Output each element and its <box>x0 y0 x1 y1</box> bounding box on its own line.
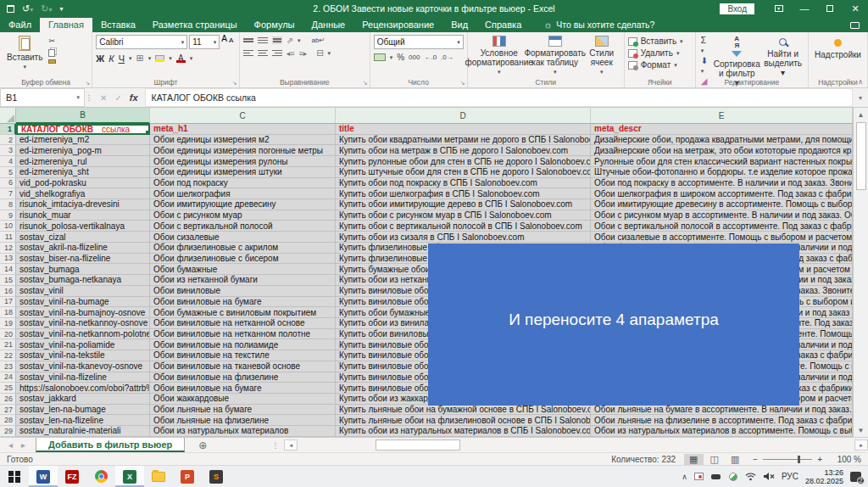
cell[interactable]: Обои под покраску <box>150 178 336 189</box>
insert-cells-button[interactable]: Вставить▾ <box>628 36 683 46</box>
minimize-button[interactable]: — <box>792 3 817 14</box>
cell[interactable]: Купить обои квадратными метрами не дорог… <box>336 135 591 146</box>
cell[interactable]: sostav_biser-na-flizeline <box>16 254 150 265</box>
tab-Главная[interactable]: Главная <box>40 18 92 32</box>
fill-icon[interactable]: ⬇ ▾ <box>701 56 709 75</box>
align-top-icon[interactable] <box>243 37 253 44</box>
cell[interactable]: Обои виниловые на тканевой основе <box>150 361 336 372</box>
scrollbar-splitter[interactable]: ⋮ <box>220 441 284 450</box>
underline-button[interactable]: Ч <box>119 53 125 64</box>
insert-function-icon[interactable]: fx <box>130 92 138 103</box>
cell[interactable]: sostav_vinil-na-bumage <box>16 297 150 308</box>
cell[interactable]: Обои шелкография в широком ассортименте.… <box>591 188 853 199</box>
cell[interactable]: Обои с рисунком муар <box>150 210 336 221</box>
row-number[interactable]: 15 <box>0 275 16 286</box>
align-right-icon[interactable] <box>272 48 282 58</box>
tab-Данные[interactable]: Данные <box>303 18 353 32</box>
scroll-right-icon[interactable]: ▸ <box>854 439 868 451</box>
number-format-select[interactable]: Общий▾ <box>374 35 464 49</box>
row-number[interactable]: 17 <box>0 297 16 308</box>
font-name-select[interactable]: Calibri▾ <box>96 35 187 49</box>
cancel-icon[interactable]: ✕ <box>100 93 107 103</box>
cell[interactable]: Обои льняные на флизелине <box>150 415 336 426</box>
comments-icon[interactable] <box>850 22 860 29</box>
cell[interactable]: risunok_muar <box>16 210 150 221</box>
cell[interactable]: vid_pod-pokrasku <box>16 178 150 189</box>
name-box-dropdown-icon[interactable]: ▾ <box>76 94 84 101</box>
column-header-b[interactable]: B <box>16 108 150 124</box>
cell[interactable]: risunok_imtaciya-drevesini <box>16 199 150 210</box>
row-number[interactable]: 7 <box>0 188 16 199</box>
taskbar-word-icon[interactable]: W <box>29 466 58 487</box>
row-number[interactable]: 18 <box>0 307 16 318</box>
row-number[interactable]: 12 <box>0 243 16 254</box>
taskbar-start-icon[interactable] <box>0 466 29 487</box>
row-number[interactable]: 29 <box>0 426 16 437</box>
cell[interactable]: Купить штучные обои для стен в СПБ не до… <box>336 167 591 178</box>
screen-record-icon[interactable] <box>694 472 704 481</box>
selected-cell-b1[interactable]: КАТАЛОГ ОБОКВ ссылка <box>16 124 150 135</box>
format-cells-button[interactable]: Формат▾ <box>628 60 683 70</box>
row-number[interactable]: 13 <box>0 254 16 265</box>
tab-Формулы[interactable]: Формулы <box>246 18 303 32</box>
cell[interactable]: sostav_akril-na-flizeline <box>16 243 150 254</box>
cell[interactable]: Обои жаккардовые <box>150 394 336 405</box>
zoom-out-icon[interactable]: − <box>753 455 758 464</box>
notifications-icon[interactable]: 2 <box>850 472 861 482</box>
tab-Разметка страницы[interactable]: Разметка страницы <box>144 18 246 32</box>
cell[interactable]: Обои единицы измерения погонные метры <box>150 145 336 156</box>
cell[interactable]: sostav_vinil-na-bumajnoy-osnove <box>16 307 150 318</box>
scroll-left-icon[interactable]: ◂ <box>284 439 298 451</box>
wifi-icon[interactable] <box>745 472 756 481</box>
cell[interactable]: Обои виниловые <box>150 286 336 297</box>
horizontal-scrollbar[interactable]: ⋮ ◂ ▸ <box>220 438 868 452</box>
cell[interactable]: Обои единицы измерения штуки <box>150 167 336 178</box>
sheet-next-icon[interactable]: ▸ <box>21 440 25 450</box>
row-number[interactable]: 4 <box>0 156 16 167</box>
customize-qat-icon[interactable]: ▾ <box>59 5 63 13</box>
cell[interactable]: Обои виниловые на флизелине <box>150 372 336 383</box>
taskbar-explorer-icon[interactable] <box>144 466 173 487</box>
addins-button[interactable]: Надстройки <box>812 35 864 60</box>
scroll-up-icon[interactable]: ▲ <box>854 108 868 121</box>
cell[interactable]: Обои единицы измерения рулоны <box>150 156 336 167</box>
tab-Справка[interactable]: Справка <box>476 18 530 32</box>
cell[interactable]: Обои виниловые на текстиле <box>150 350 336 361</box>
cell[interactable]: Обои сизалевые в ассортименте. Помощь с … <box>591 232 853 243</box>
cell[interactable]: sostav_vinil-na-netkannoy-osnove <box>16 318 150 329</box>
cell[interactable]: Обои виниловые на бумаге <box>150 383 336 394</box>
taskbar-filezilla-icon[interactable]: FZ <box>58 466 86 487</box>
cell[interactable]: ed-izmereniya_rul <box>16 156 150 167</box>
italic-button[interactable]: К <box>108 53 114 64</box>
tab-Вставка[interactable]: Вставка <box>92 18 144 32</box>
row-number[interactable]: 25 <box>0 383 16 394</box>
zoom-in-icon[interactable]: + <box>817 455 822 464</box>
page-layout-view-icon[interactable]: ◫ <box>705 454 724 465</box>
font-color-icon[interactable]: А <box>176 54 186 63</box>
clipboard-dialog-launcher-icon[interactable]: ↘ <box>85 80 90 87</box>
cell[interactable]: Обои виниловые на бумаге <box>150 297 336 308</box>
cell[interactable]: https://salonoboev.com/oboi?attrb%5b4 <box>16 383 150 394</box>
normal-view-icon[interactable]: ▦ <box>684 454 703 465</box>
align-left-icon[interactable] <box>243 48 253 58</box>
font-dialog-launcher-icon[interactable]: ↘ <box>232 80 237 87</box>
cell[interactable]: Штучные обои-фотопанно и бордюры. т.е из… <box>591 167 853 178</box>
cell[interactable]: Купить обои под покраску в СПБ I Salonob… <box>336 178 591 189</box>
row-number[interactable]: 19 <box>0 318 16 329</box>
language-indicator[interactable]: РУС <box>782 472 798 481</box>
tray-chevron-icon[interactable]: ∧ <box>682 473 687 481</box>
formula-bar-splitter[interactable]: ⋮ <box>85 88 93 107</box>
volume-muted-icon[interactable] <box>763 472 775 481</box>
cell[interactable]: sostav_vinil-na-tkanevoy-osnove <box>16 361 150 372</box>
cell[interactable]: Купить обои имитирующие дерево в СПБ I S… <box>336 199 591 210</box>
cell[interactable]: Обои имитирующие древесину в ассортимент… <box>591 199 853 210</box>
cell[interactable]: Обои под покраску в ассортименте. В нали… <box>591 178 853 189</box>
number-dialog-launcher-icon[interactable]: ↘ <box>460 80 465 87</box>
copy-icon[interactable] <box>48 49 55 57</box>
vertical-scrollbar[interactable]: ▲ ▼ <box>853 108 868 437</box>
horizontal-scroll-thumb[interactable] <box>376 439 460 451</box>
tab-Файл[interactable]: Файл <box>0 18 40 32</box>
cell[interactable]: Купить льняные обои на бумажной основе в… <box>336 405 591 416</box>
cell[interactable]: Обои с рисунком муар в ассортименте. В н… <box>591 210 853 221</box>
row-number[interactable]: 20 <box>0 329 16 340</box>
